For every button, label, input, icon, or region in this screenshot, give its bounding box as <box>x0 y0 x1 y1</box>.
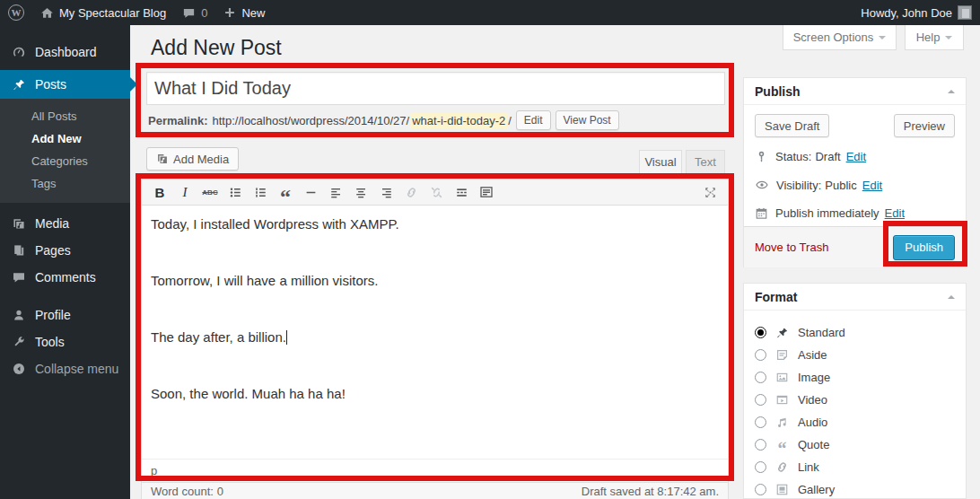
comments-bubble[interactable]: 0 <box>174 0 215 25</box>
editor-content[interactable]: Today, I installed Wordpress with XAMPP.… <box>142 206 728 459</box>
edit-schedule-link[interactable]: Edit <box>885 206 905 220</box>
status-row: Status: Draft Edit <box>755 150 955 163</box>
link-icon <box>405 186 418 199</box>
schedule-row: Publish immediately Edit <box>755 206 955 220</box>
format-label-standard: Standard <box>798 326 845 339</box>
radio-link[interactable] <box>755 461 766 473</box>
sidebar-item-tools[interactable]: Tools <box>0 328 130 355</box>
text-tab-label: Text <box>695 155 716 169</box>
strikethrough-button[interactable]: ABC <box>199 181 221 203</box>
new-label: New <box>241 6 265 20</box>
help-tab[interactable]: Help <box>905 25 964 50</box>
radio-aside[interactable] <box>755 349 766 361</box>
read-more-button[interactable] <box>451 181 472 203</box>
format-label-video: Video <box>798 393 827 407</box>
edit-visibility-link[interactable]: Edit <box>862 179 882 192</box>
sidebar-label-pages: Pages <box>35 243 71 258</box>
toolbar-toggle-button[interactable] <box>476 181 497 203</box>
add-media-button[interactable]: Add Media <box>146 147 239 171</box>
format-option-image: Image <box>755 366 955 389</box>
format-audio-icon <box>775 416 789 429</box>
visibility-value: Public <box>825 179 856 192</box>
format-image-icon <box>775 371 789 384</box>
remove-link-button[interactable] <box>425 181 447 203</box>
collapse-menu-button[interactable]: Collapse menu <box>0 355 130 382</box>
sidebar-item-comments[interactable]: Comments <box>0 264 130 291</box>
sidebar-item-media[interactable]: Media <box>0 210 130 237</box>
admin-menu: Dashboard Posts All Posts Add New Catego… <box>0 25 130 499</box>
permalink-slug[interactable]: what-i-did-today-2 <box>410 113 507 128</box>
read-more-icon <box>455 186 468 199</box>
my-account-menu[interactable]: Howdy, John Doe <box>853 0 980 25</box>
bullet-list-button[interactable] <box>224 181 246 203</box>
radio-quote[interactable] <box>755 439 766 451</box>
format-video-icon <box>775 393 789 407</box>
preview-button[interactable]: Preview <box>894 114 955 137</box>
wp-logo-menu[interactable]: W <box>0 0 32 25</box>
align-right-button[interactable] <box>375 181 397 203</box>
align-center-button[interactable] <box>350 181 372 203</box>
numbered-list-button[interactable] <box>249 181 271 203</box>
format-quote-icon: “ <box>774 438 790 452</box>
italic-button[interactable]: I <box>174 181 196 203</box>
user-avatar <box>958 5 972 20</box>
insert-link-button[interactable] <box>400 181 422 203</box>
fullscreen-button[interactable] <box>699 181 721 203</box>
post-editor: B I ABC “ <box>141 179 729 499</box>
chevron-down-icon <box>945 36 952 43</box>
site-name-link[interactable]: My Spectacular Blog <box>32 0 174 25</box>
align-left-button[interactable] <box>325 181 346 203</box>
permalink-label: Permalink: <box>148 114 207 127</box>
post-title-input[interactable] <box>146 72 725 105</box>
calendar-icon <box>755 206 768 220</box>
view-post-button[interactable]: View Post <box>556 110 619 130</box>
publish-panel-title: Publish <box>755 84 801 99</box>
sidebar-label-profile: Profile <box>35 308 71 322</box>
sidebar-item-pages[interactable]: Pages <box>0 237 130 264</box>
horizontal-rule-button[interactable] <box>300 181 321 203</box>
radio-video[interactable] <box>755 394 766 406</box>
submenu-categories[interactable]: Categories <box>0 150 130 172</box>
editor-paragraph: The day after, a billion. <box>151 328 719 347</box>
sidebar-item-posts[interactable]: Posts <box>0 70 130 99</box>
submenu-tags[interactable]: Tags <box>0 172 130 195</box>
permalink-base: http://localhost/wordpress/2014/10/27/ <box>212 114 409 127</box>
bold-button[interactable]: B <box>149 181 171 203</box>
radio-standard[interactable] <box>755 327 766 338</box>
plus-icon <box>223 6 236 19</box>
submenu-all-posts[interactable]: All Posts <box>0 105 130 127</box>
submenu-add-new[interactable]: Add New <box>0 127 130 150</box>
format-panel-header[interactable]: Format <box>744 284 966 311</box>
draft-saved-status: Draft saved at 8:17:42 am. <box>582 485 719 498</box>
home-icon <box>40 6 54 20</box>
edit-status-link[interactable]: Edit <box>846 150 866 163</box>
text-tab[interactable]: Text <box>686 150 725 174</box>
publish-panel-header[interactable]: Publish <box>744 78 966 105</box>
blockquote-button[interactable]: “ <box>275 181 296 203</box>
tools-icon <box>12 335 26 349</box>
radio-gallery[interactable] <box>755 484 766 495</box>
help-label: Help <box>916 31 941 44</box>
sidebar-item-profile[interactable]: Profile <box>0 302 130 328</box>
collapse-arrow-icon <box>948 86 955 93</box>
unlink-icon <box>430 186 443 199</box>
bullet-list-icon <box>229 186 242 199</box>
publish-button[interactable]: Publish <box>893 235 955 260</box>
radio-audio[interactable] <box>755 416 766 428</box>
edit-permalink-button[interactable]: Edit <box>516 110 551 130</box>
status-label: Status: <box>775 150 811 163</box>
screen-options-tab[interactable]: Screen Options <box>783 25 897 50</box>
sidebar-item-dashboard[interactable]: Dashboard <box>0 38 130 66</box>
format-option-quote: “ Quote <box>755 433 955 456</box>
format-label-image: Image <box>798 371 830 384</box>
save-draft-button[interactable]: Save Draft <box>755 114 829 137</box>
comments-icon <box>12 270 26 285</box>
new-content-menu[interactable]: New <box>215 0 273 25</box>
radio-image[interactable] <box>755 372 766 383</box>
format-option-video: Video <box>755 389 955 411</box>
move-to-trash-link[interactable]: Move to Trash <box>755 241 828 254</box>
publish-panel: Publish Save Draft Preview Status: Draft… <box>743 77 967 267</box>
element-path-tag[interactable]: p <box>151 464 157 477</box>
visual-tab[interactable]: Visual <box>639 150 682 174</box>
publish-panel-body: Save Draft Preview Status: Draft Edit Vi… <box>744 105 966 267</box>
